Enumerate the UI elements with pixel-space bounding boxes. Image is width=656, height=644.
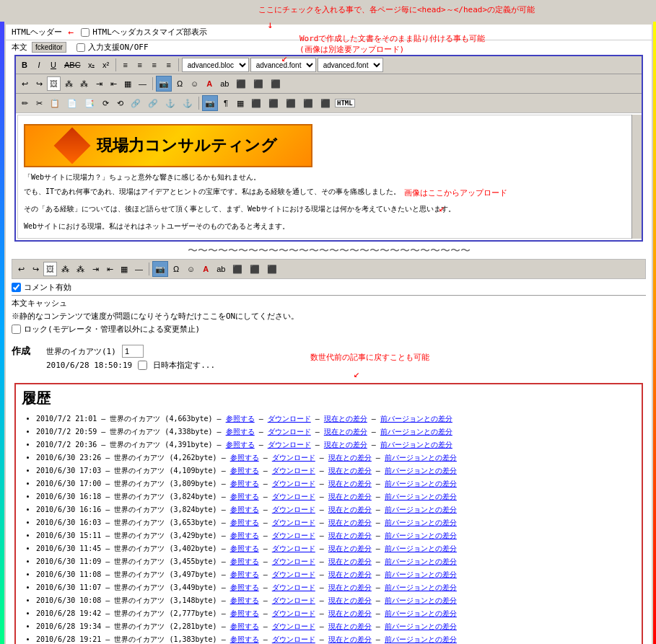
history-action-link[interactable]: 参照する	[230, 493, 259, 500]
bot-btn6[interactable]: ⇤	[103, 262, 116, 276]
outdent-btn[interactable]: ⇤	[107, 76, 120, 91]
align-right-button[interactable]: ≡	[148, 58, 161, 72]
bot-btn4[interactable]: ⁂	[74, 262, 87, 276]
bot-image-btn[interactable]: 🖼	[43, 262, 57, 276]
history-action-link[interactable]: 参照する	[230, 557, 259, 565]
history-action-link[interactable]: ダウンロード	[272, 480, 315, 488]
tb-btn[interactable]: ▦	[234, 96, 247, 110]
bot-btn8[interactable]: —	[132, 262, 146, 276]
edit-btn11[interactable]: ⚓	[180, 96, 196, 110]
history-action-link[interactable]: ダウンロード	[272, 506, 315, 513]
advanced-font2-dropdown[interactable]: advanced.font	[318, 58, 383, 72]
history-action-link[interactable]: ダウンロード	[272, 454, 315, 462]
history-action-link[interactable]: 参照する	[230, 519, 259, 526]
history-action-link[interactable]: ダウンロード	[272, 622, 315, 630]
image-btn[interactable]: 🖼	[47, 76, 61, 91]
image-upload-btn[interactable]: 📷	[202, 95, 218, 111]
more-btn3[interactable]: ⬛	[268, 76, 284, 91]
advanced-bloc-dropdown[interactable]: advanced.bloc	[182, 58, 249, 72]
align-left-button[interactable]: ≡	[119, 58, 132, 72]
history-action-link[interactable]: 現在との差分	[328, 544, 372, 552]
history-action-link[interactable]: 現在との差分	[328, 609, 372, 617]
history-action-link[interactable]: 現在との差分	[328, 531, 372, 539]
edit-btn6[interactable]: ⟳	[99, 96, 112, 110]
history-action-link[interactable]: ダウンロード	[272, 467, 315, 475]
history-action-link[interactable]: 前バージョンとの差分	[385, 467, 457, 475]
history-action-link[interactable]: ダウンロード	[272, 519, 315, 526]
history-action-link[interactable]: 現在との差分	[328, 596, 372, 604]
bot-btn9[interactable]: ⬛	[229, 262, 245, 276]
history-action-link[interactable]: 現在との差分	[328, 557, 372, 565]
history-action-link[interactable]: 前バージョンとの差分	[385, 583, 457, 591]
edit-btn2[interactable]: ✂	[32, 96, 45, 110]
history-action-link[interactable]: ダウンロード	[272, 635, 315, 643]
history-action-link[interactable]: 現在との差分	[328, 467, 372, 475]
history-action-link[interactable]: 参照する	[230, 596, 259, 604]
history-action-link[interactable]: ダウンロード	[268, 428, 311, 436]
history-action-link[interactable]: 前バージョンとの差分	[385, 454, 457, 462]
history-action-link[interactable]: 前バージョンとの差分	[385, 506, 457, 513]
history-action-link[interactable]: 現在との差分	[324, 428, 367, 436]
history-action-link[interactable]: 前バージョンとの差分	[385, 557, 457, 565]
date-checkbox[interactable]	[138, 361, 147, 370]
history-action-link[interactable]: 前バージョンとの差分	[385, 493, 457, 500]
history-action-link[interactable]: ダウンロード	[272, 609, 315, 617]
history-action-link[interactable]: 参照する	[230, 635, 259, 643]
history-action-link[interactable]: 前バージョンとの差分	[380, 428, 452, 436]
history-action-link[interactable]: 現在との差分	[328, 519, 372, 526]
edit-btn3[interactable]: 📋	[47, 96, 63, 110]
bot-upload-btn[interactable]: 📷	[152, 261, 168, 277]
input-support-checkbox[interactable]	[76, 43, 85, 52]
history-action-link[interactable]: 前バージョンとの差分	[380, 415, 452, 423]
editor-scrollbar[interactable]	[631, 115, 642, 239]
history-action-link[interactable]: ダウンロード	[272, 596, 315, 604]
history-action-link[interactable]: 参照する	[230, 570, 259, 578]
history-action-link[interactable]: 現在との差分	[328, 493, 372, 500]
edit-btn16[interactable]: ⬛	[318, 96, 333, 110]
bot-btn1[interactable]: ↩	[14, 262, 27, 276]
superscript-button[interactable]: x²	[100, 58, 113, 72]
bot-btn11[interactable]: ⬛	[264, 262, 280, 276]
editor-content[interactable]: 現場力コンサルティング 「Webサイトに現場力？」ちょっと意外な響きに感じるかも…	[17, 115, 640, 239]
edit-btn8[interactable]: 🔗	[128, 96, 144, 110]
history-action-link[interactable]: 前バージョンとの差分	[385, 519, 457, 526]
edit-btn4[interactable]: 📄	[64, 96, 80, 110]
history-action-link[interactable]: 参照する	[230, 622, 259, 630]
author-number-input[interactable]	[122, 345, 144, 358]
bot-btn2[interactable]: ↪	[29, 262, 42, 276]
lock-checkbox[interactable]	[12, 325, 21, 334]
history-action-link[interactable]: 現在との差分	[328, 506, 372, 513]
edit-btn14[interactable]: ⬛	[283, 96, 299, 110]
italic-button[interactable]: I	[32, 58, 45, 72]
history-action-link[interactable]: ダウンロード	[272, 493, 315, 500]
history-action-link[interactable]: 現在との差分	[328, 635, 372, 643]
history-action-link[interactable]: 現在との差分	[328, 480, 372, 488]
edit-btn13[interactable]: ⬛	[266, 96, 281, 110]
history-action-link[interactable]: 前バージョンとの差分	[385, 531, 457, 539]
link-btn[interactable]: 📷	[156, 76, 172, 92]
history-action-link[interactable]: 前バージョンとの差分	[385, 635, 457, 643]
font-bg-btn[interactable]: ab	[217, 76, 232, 91]
history-action-link[interactable]: ダウンロード	[268, 415, 311, 423]
history-action-link[interactable]: 現在との差分	[324, 415, 367, 423]
paragraph-btn[interactable]: ¶	[219, 96, 232, 110]
edit-btn5[interactable]: 📑	[82, 96, 97, 110]
history-action-link[interactable]: 現在との差分	[328, 583, 372, 591]
history-action-link[interactable]: ダウンロード	[272, 570, 315, 578]
history-action-link[interactable]: 前バージョンとの差分	[385, 596, 457, 604]
subscript-button[interactable]: x₂	[85, 58, 98, 72]
bold-button[interactable]: B	[18, 58, 31, 72]
history-action-link[interactable]: ダウンロード	[268, 441, 311, 449]
indent-btn[interactable]: ⇥	[92, 76, 105, 91]
redo-btn[interactable]: ↪	[32, 76, 45, 91]
fckeditor-button[interactable]: fckeditor	[32, 42, 66, 53]
special-char-btn[interactable]: Ω	[173, 76, 186, 91]
bot-btn5[interactable]: ⇥	[89, 262, 102, 276]
history-action-link[interactable]: 参照する	[230, 544, 259, 552]
edit-btn15[interactable]: ⬛	[300, 96, 316, 110]
undo-btn[interactable]: ↩	[18, 76, 31, 91]
edit-btn12[interactable]: ⬛	[248, 96, 264, 110]
underline-button[interactable]: U	[47, 58, 60, 72]
history-action-link[interactable]: ダウンロード	[272, 544, 315, 552]
hr-btn[interactable]: —	[136, 76, 149, 91]
